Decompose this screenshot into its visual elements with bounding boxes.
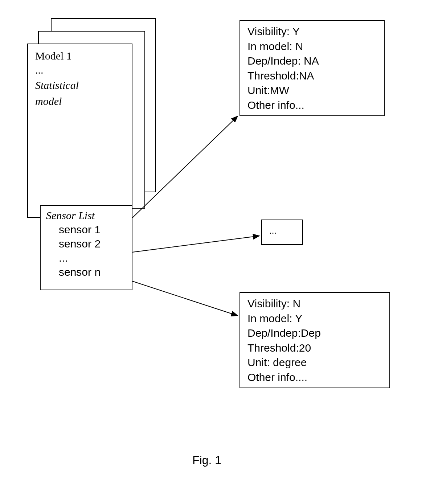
- detail-1-visibility: Visibility: Y: [247, 24, 377, 39]
- detail-3-visibility: Visibility: N: [247, 296, 382, 311]
- sensor-list-title: Sensor List: [46, 209, 126, 222]
- model-card: Model 1 ... Statistical model: [27, 44, 132, 218]
- detail-1-in-model: In model: N: [247, 39, 377, 54]
- sensor-detail-box-1: Visibility: Y In model: N Dep/Indep: NA …: [240, 20, 385, 116]
- detail-3-in-model: In model: Y: [247, 311, 382, 326]
- detail-3-threshold: Threshold:20: [247, 341, 382, 356]
- arrow-sensor-2: [132, 236, 259, 252]
- arrow-sensor-n: [132, 281, 238, 316]
- detail-1-dep-indep: Dep/Indep: NA: [247, 54, 377, 69]
- detail-2-ellipsis: ...: [269, 226, 295, 236]
- sensor-item-1: sensor 1: [59, 224, 126, 236]
- model-subtitle-line1: Statistical: [35, 78, 124, 92]
- sensor-detail-box-3: Visibility: N In model: Y Dep/Indep:Dep …: [240, 292, 390, 388]
- detail-3-dep-indep: Dep/Indep:Dep: [247, 326, 382, 341]
- detail-1-other: Other info...: [247, 98, 377, 113]
- detail-1-unit: Unit:MW: [247, 83, 377, 98]
- sensor-item-n: sensor n: [59, 266, 126, 278]
- detail-1-threshold: Threshold:NA: [247, 69, 377, 83]
- sensor-item-ellipsis: ...: [59, 252, 126, 264]
- figure-caption: Fig. 1: [192, 454, 221, 467]
- model-title: Model 1: [35, 50, 124, 62]
- sensor-list-card: Sensor List sensor 1 sensor 2 ... sensor…: [40, 205, 132, 290]
- sensor-detail-box-2: ...: [261, 220, 303, 245]
- model-subtitle-line2: model: [35, 94, 124, 108]
- model-ellipsis: ...: [35, 64, 124, 76]
- sensor-item-2: sensor 2: [59, 238, 126, 250]
- detail-3-other: Other info....: [247, 370, 382, 385]
- detail-3-unit: Unit: degree: [247, 355, 382, 370]
